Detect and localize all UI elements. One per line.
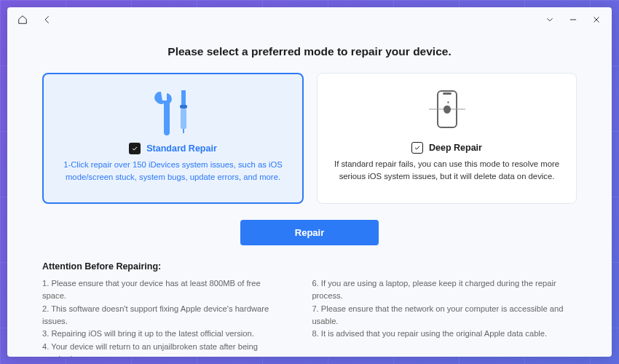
back-button[interactable] xyxy=(36,10,58,29)
attention-item: 6. If you are using a laptop, please kee… xyxy=(312,277,577,303)
page-title: Please select a preferred mode to repair… xyxy=(42,45,577,58)
svg-rect-5 xyxy=(443,92,452,95)
standard-repair-desc: 1-Click repair over 150 iDevices system … xyxy=(60,159,286,183)
svg-rect-1 xyxy=(180,105,187,108)
standard-repair-header: Standard Repair xyxy=(129,143,217,154)
attention-item: 8. It is advised that you repair using t… xyxy=(312,328,577,340)
attention-section: Attention Before Repairing: 1. Please en… xyxy=(42,261,577,357)
deep-repair-title: Deep Repair xyxy=(429,143,482,153)
deep-repair-icon xyxy=(425,84,470,138)
attention-item: 2. This software doesn't support fixing … xyxy=(42,303,283,328)
svg-rect-0 xyxy=(181,90,186,105)
mode-cards: Standard Repair 1-Click repair over 150 … xyxy=(42,73,577,204)
attention-item: 1. Please ensure that your device has at… xyxy=(42,277,283,303)
repair-button[interactable]: Repair xyxy=(240,220,379,245)
standard-repair-icon xyxy=(151,84,196,138)
mode-card-standard[interactable]: Standard Repair 1-Click repair over 150 … xyxy=(42,73,304,204)
dropdown-button[interactable] xyxy=(539,10,561,29)
home-button[interactable] xyxy=(12,10,33,29)
standard-repair-title: Standard Repair xyxy=(146,143,217,154)
minimize-button[interactable] xyxy=(562,10,584,29)
attention-item: 4. Your device will return to an unjailb… xyxy=(42,341,283,357)
attention-list-left: 1. Please ensure that your device has at… xyxy=(42,277,283,357)
deep-repair-checkbox[interactable] xyxy=(411,142,423,154)
deep-repair-header: Deep Repair xyxy=(411,142,482,154)
deep-repair-desc: If standard repair fails, you can use th… xyxy=(334,158,560,183)
attention-list-right: 6. If you are using a laptop, please kee… xyxy=(312,277,577,357)
attention-heading: Attention Before Repairing: xyxy=(42,261,577,272)
attention-item: 7. Please ensure that the network on you… xyxy=(312,303,577,328)
app-window: Please select a preferred mode to repair… xyxy=(7,7,612,357)
svg-rect-3 xyxy=(183,129,184,133)
attention-item: 3. Repairing iOS will bring it up to the… xyxy=(42,328,283,340)
mode-card-deep[interactable]: Deep Repair If standard repair fails, yo… xyxy=(317,73,577,204)
standard-repair-checkbox[interactable] xyxy=(129,143,141,154)
content-area: Please select a preferred mode to repair… xyxy=(7,32,612,357)
svg-rect-2 xyxy=(181,108,186,129)
titlebar xyxy=(7,7,612,32)
close-button[interactable] xyxy=(586,10,607,29)
